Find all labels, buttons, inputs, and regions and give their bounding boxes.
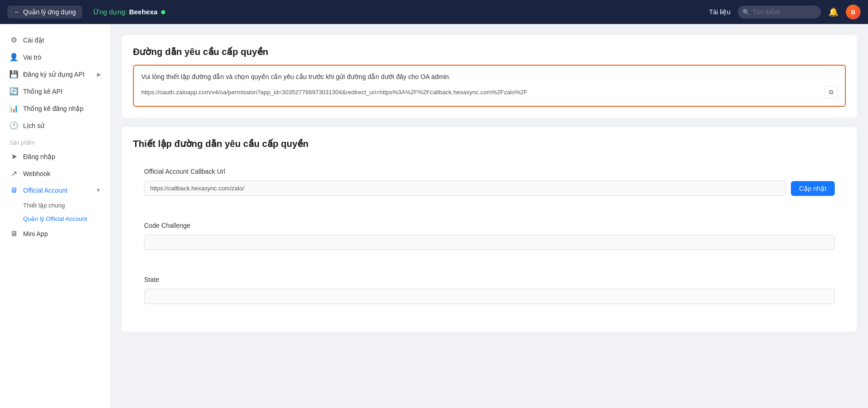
back-label: Quản lý ứng dụng xyxy=(23,8,76,16)
callback-url-section: Official Account Callback Url Cập nhật xyxy=(133,158,846,205)
mini-app-icon: 🖥 xyxy=(9,230,18,238)
login-icon: ➤ xyxy=(9,152,18,161)
sidebar-label: Vai trò xyxy=(23,54,41,61)
main-content: Đường dẫn yêu cầu cấp quyền Vui lòng thi… xyxy=(111,24,868,408)
sidebar-label: Cài đặt xyxy=(23,37,44,44)
copy-url-button[interactable]: ⧉ xyxy=(825,86,838,98)
auth-url-card: Đường dẫn yêu cầu cấp quyền Vui lòng thi… xyxy=(122,35,857,118)
chart-icon: 📊 xyxy=(9,104,18,113)
auth-url-title: Đường dẫn yêu cầu cấp quyền xyxy=(133,46,846,57)
sidebar-label: Lịch sử xyxy=(23,122,44,129)
avatar[interactable]: B xyxy=(846,5,861,19)
sidebar: ⚙ Cài đặt 👤 Vai trò 💾 Đăng ký sử dụng AP… xyxy=(0,24,111,408)
webhook-icon: ↗ xyxy=(9,169,18,178)
sidebar-item-vai-tro[interactable]: 👤 Vai trò xyxy=(0,49,110,66)
callback-url-input[interactable] xyxy=(144,181,786,196)
state-section: State xyxy=(133,267,846,313)
code-challenge-label: Code Challenge xyxy=(144,222,835,229)
auth-url-hint: Vui lòng thiết lập đường dẫn và chọn quy… xyxy=(141,73,838,80)
back-arrow-icon: ← xyxy=(14,8,20,16)
history-icon: 🕐 xyxy=(9,121,18,130)
state-label: State xyxy=(144,276,835,283)
setup-card: Thiết lập đường dẫn yêu cầu cấp quyền Of… xyxy=(122,127,857,332)
callback-url-label: Official Account Callback Url xyxy=(144,168,835,175)
auth-url-text: https://oauth.zaloapp.com/v4/oa/permissi… xyxy=(141,89,821,96)
sidebar-item-dang-ky-api[interactable]: 💾 Đăng ký sử dụng API ▶ xyxy=(0,66,110,83)
sidebar-item-mini-app[interactable]: 🖥 Mini App xyxy=(0,225,110,242)
app-label: Ứng dụng: Beehexa xyxy=(93,8,165,16)
sidebar-label: Official Account xyxy=(23,187,67,194)
gear-icon: ⚙ xyxy=(9,36,18,44)
sidebar-section-product: Sản phẩm xyxy=(0,134,110,148)
sidebar-label: Webhook xyxy=(23,170,50,177)
code-challenge-input[interactable] xyxy=(144,235,835,250)
docs-link[interactable]: Tài liệu xyxy=(709,8,730,16)
sidebar-item-dang-nhap[interactable]: ➤ Đăng nhập xyxy=(0,148,110,165)
oa-icon: 🖥 xyxy=(9,186,18,195)
back-button[interactable]: ← Quản lý ứng dụng xyxy=(7,6,82,18)
code-challenge-section: Code Challenge xyxy=(133,213,846,259)
sidebar-item-cai-dat[interactable]: ⚙ Cài đặt xyxy=(0,31,110,49)
search-input[interactable] xyxy=(738,6,821,18)
callback-url-row: Cập nhật xyxy=(144,181,835,196)
sidebar-label: Đăng nhập xyxy=(23,153,55,160)
sidebar-sub-quan-ly-oa[interactable]: Quản lý Official Account xyxy=(0,212,110,225)
chevron-right-icon: ▶ xyxy=(97,71,101,78)
update-button[interactable]: Cập nhật xyxy=(791,181,835,196)
copy-icon: ⧉ xyxy=(829,88,833,96)
sidebar-item-thong-ke-api[interactable]: 🔄 Thống kê API xyxy=(0,83,110,100)
auth-url-row: https://oauth.zaloapp.com/v4/oa/permissi… xyxy=(141,86,838,98)
setup-title: Thiết lập đường dẫn yêu cầu cấp quyền xyxy=(133,138,846,149)
user-icon: 👤 xyxy=(9,53,18,61)
sidebar-label: Thống kê đăng nhập xyxy=(23,105,84,112)
layout: ⚙ Cài đặt 👤 Vai trò 💾 Đăng ký sử dụng AP… xyxy=(0,24,868,408)
search-wrap: 🔍 xyxy=(738,6,821,18)
sidebar-label: Mini App xyxy=(23,230,48,237)
sidebar-item-webhook[interactable]: ↗ Webhook xyxy=(0,165,110,182)
auth-url-box: Vui lòng thiết lập đường dẫn và chọn quy… xyxy=(133,65,846,107)
sync-icon: 🔄 xyxy=(9,87,18,96)
sidebar-sub-thiet-lap-chung[interactable]: Thiết lập chung xyxy=(0,199,110,212)
sidebar-item-official-account[interactable]: 🖥 Official Account ▼ xyxy=(0,182,110,199)
bell-icon[interactable]: 🔔 xyxy=(828,7,838,17)
sidebar-label: Thống kê API xyxy=(23,88,62,95)
save-icon: 💾 xyxy=(9,70,18,79)
sidebar-item-thong-ke-dang-nhap[interactable]: 📊 Thống kê đăng nhập xyxy=(0,100,110,117)
topnav: ← Quản lý ứng dụng Ứng dụng: Beehexa Tài… xyxy=(0,0,868,24)
chevron-down-icon: ▼ xyxy=(96,187,101,194)
sidebar-label: Đăng ký sử dụng API xyxy=(23,71,84,78)
state-input[interactable] xyxy=(144,289,835,304)
app-status-dot xyxy=(161,10,165,14)
sidebar-item-lich-su[interactable]: 🕐 Lịch sử xyxy=(0,117,110,134)
